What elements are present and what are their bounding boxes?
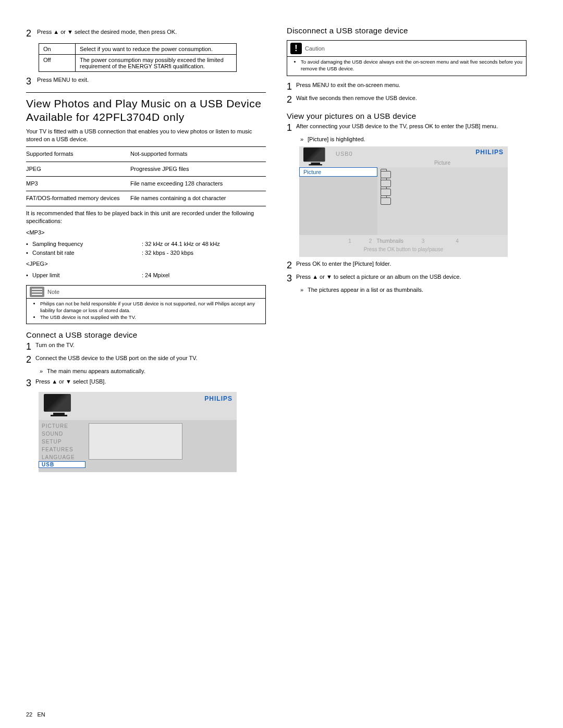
result-arrow-icon: » [40,367,47,375]
result-arrow-icon: » [300,135,308,143]
col-header-supported: Supported formats [26,150,130,158]
spec-val: : 24 Mpixel [142,271,266,280]
folder-icon [381,198,391,205]
note-item: The USB device is not supplied with the … [40,314,262,321]
usb-title: USB0 [336,151,353,157]
divider [26,206,266,206]
folder-icon [381,171,391,178]
step-number: 2 [287,260,296,271]
note-box: Note Philips can not be held responsible… [26,285,266,324]
caution-icon: ! [290,43,302,54]
caution-title: Caution [305,45,325,52]
step-number: 1 [287,122,296,133]
menu-item-language: LANGUAGE [39,453,85,461]
step-number: 2 [26,28,35,39]
menu-item-usb-selected: USB [39,461,85,468]
jpeg-tag: <JPEG> [26,260,266,268]
tv-icon [44,394,74,417]
divider [26,162,266,162]
result-text: The pictures appear in a list or as thum… [308,287,423,293]
step-text: Press MENU to exit the on-screen menu. [296,81,520,89]
caution-item: To avoid damaging the USB device always … [301,59,523,72]
step-number: 3 [26,76,35,87]
step-text: Press ▲ or ▼ to select a picture or an a… [296,273,520,281]
step-number: 3 [287,273,296,284]
footer-hint: Press the OK button to play/pause [299,245,508,254]
power-mode-table: On Select if you want to reduce the powe… [39,43,237,72]
heading-connect-usb: Connect a USB storage device [26,330,266,339]
note-item: Philips can not be held responsible if y… [40,301,262,314]
step-number: 3 [26,378,35,389]
step-text: Press MENU to exit. [37,76,261,84]
result-arrow-icon: » [300,286,308,294]
page-footer: 22 EN [26,711,45,718]
usb-browser-screenshot: USB0 PHILIPS Picture Picture 12 Thumbnai… [299,146,508,257]
result-text: The main menu appears automatically. [47,368,145,374]
philips-logo: PHILIPS [204,395,232,402]
menu-item-setup: SETUP [39,438,85,446]
pane-label: Picture [434,160,450,166]
step-number: 2 [26,354,35,365]
tv-main-menu-screenshot: PHILIPS PICTURE SOUND SETUP FEATURES LAN… [39,392,237,472]
step-text: Connect the USB device to the USB port o… [35,354,260,362]
cell-off-desc: The power consumption may possibly excee… [76,55,237,72]
tv-icon [303,147,327,166]
spec-val: : 32 kHz or 44.1 kHz or 48 kHz [142,240,266,249]
intro-text: Your TV is ﬁtted with a USB connection t… [26,128,266,144]
result-text: [Picture] is highlighted. [308,136,365,142]
step-number: 1 [287,81,296,92]
folder-icon [381,180,391,187]
mp3-tag: <MP3> [26,229,266,237]
spec-val: : 32 kbps - 320 kbps [142,249,266,257]
fmt-cell: Progressive JPEG ﬁles [130,165,266,173]
step-text: Press ▲ or ▼ select the desired mode, th… [37,28,261,36]
fmt-cell: MP3 [26,180,130,188]
cell-off: Off [39,55,76,72]
caution-box: ! Caution To avoid damaging the USB devi… [287,40,527,76]
fmt-cell: File name exceeding 128 characters [130,180,266,188]
step-text: After connecting your USB device to the … [296,122,520,130]
submenu-panel [89,423,182,460]
step-number: 1 [26,341,35,352]
cell-on: On [39,44,76,55]
folder-icon [381,189,391,196]
spec-key: Sampling frequency [32,240,142,249]
cell-on-desc: Select if you want to reduce the power c… [76,44,237,55]
heading-model-note: Available for 42PFL3704D only [26,110,266,124]
philips-logo: PHILIPS [475,149,504,156]
spec-key: Upper limit [32,271,142,280]
col-header-unsupported: Not-supported formats [130,150,266,158]
fmt-cell: File names containing a dot character [130,194,266,202]
menu-item-sound: SOUND [39,430,85,438]
heading-disconnect-usb: Disconnect a USB storage device [287,26,527,35]
step-text: Wait ﬁve seconds then remove the USB dev… [296,94,520,102]
step-text: Turn on the TV. [35,341,260,349]
divider [26,146,266,147]
reco-text: It is recommended that ﬁles to be played… [26,209,266,226]
fmt-cell: JPEG [26,165,130,173]
heading-usb-photos-music: View Photos and Play Music on a USB Devi… [26,97,266,110]
footer-nav-hints: 12 Thumbnails 34 [299,237,508,245]
note-title: Note [47,289,59,295]
divider [26,176,266,177]
menu-item-features: FEATURES [39,446,85,453]
step-text: Press OK to enter the [Picture] folder. [296,260,520,268]
fmt-cell: FAT/DOS-formatted memory devices [26,194,130,202]
step-number: 2 [287,94,296,105]
spec-key: Constant bit rate [32,249,142,257]
menu-item-picture: PICTURE [39,422,85,430]
divider [26,191,266,191]
usb-item-picture-selected: Picture [299,167,377,177]
step-text: Press ▲ or ▼ select [USB]. [35,378,260,386]
divider [26,92,266,93]
note-icon [30,287,44,297]
heading-view-pictures: View your pictures on a USB device [287,112,527,120]
